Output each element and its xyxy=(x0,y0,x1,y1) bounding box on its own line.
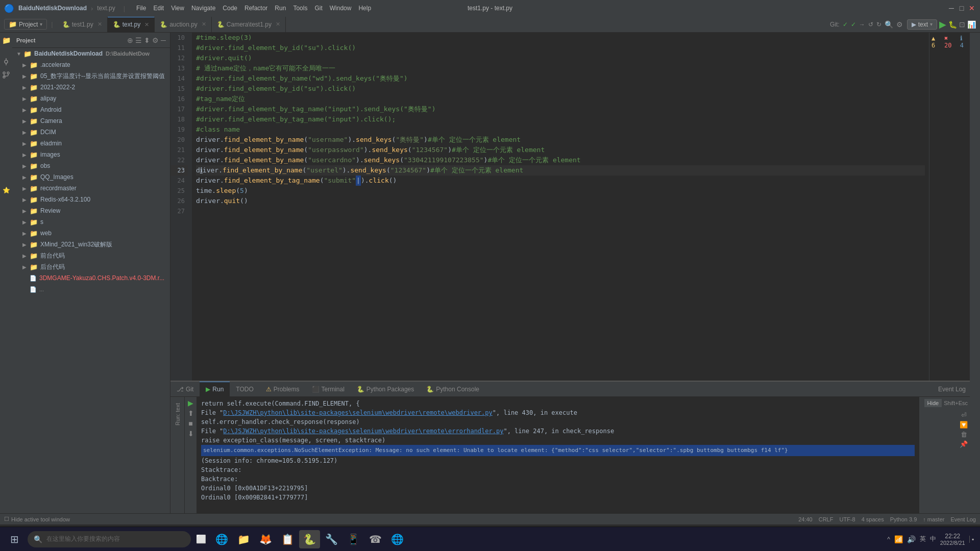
git-undo[interactable]: ↺ xyxy=(868,21,873,28)
close-button[interactable]: ✕ xyxy=(968,4,976,12)
taskbar-explorer[interactable]: 📁 xyxy=(233,530,254,548)
minimize-button[interactable]: ─ xyxy=(947,4,955,12)
menu-code[interactable]: Code xyxy=(219,4,240,13)
git-redo[interactable]: ↻ xyxy=(876,21,881,28)
tree-item-xmind[interactable]: ▶📁XMind_2021_win32破解版 xyxy=(12,239,170,250)
tree-item-eladmin[interactable]: ▶📁eladmin xyxy=(12,138,170,149)
hide-button[interactable]: Hide xyxy=(924,399,942,407)
sidebar-collapse-icon[interactable]: ☰ xyxy=(135,36,142,44)
menu-window[interactable]: Window xyxy=(327,4,355,13)
windows-start-button[interactable]: ⊞ xyxy=(2,527,27,552)
tree-item-dcim[interactable]: ▶📁DCIM xyxy=(12,127,170,138)
python-version-status[interactable]: Python 3.9 xyxy=(890,516,917,522)
tab-auctionpy[interactable]: 🐍 auction.py ✕ xyxy=(155,17,212,32)
tree-item-s[interactable]: ▶📁s xyxy=(12,216,170,228)
sidebar-minimize-icon[interactable]: ─ xyxy=(161,36,166,44)
run-wrap-btn[interactable]: ⏎ xyxy=(961,411,967,419)
activity-favorites[interactable]: ⭐ xyxy=(1,185,12,196)
menu-file[interactable]: File xyxy=(133,4,149,13)
tree-item-qq[interactable]: ▶📁QQ_Images xyxy=(12,171,170,183)
taskbar-mobile[interactable]: 📱 xyxy=(343,530,364,548)
code-content[interactable]: #time.sleep(3) #driver.find_element_by_i… xyxy=(192,33,929,381)
coverage-button[interactable]: ⊡ xyxy=(959,20,965,29)
run-tab-pyconsole[interactable]: 🐍 Python Console xyxy=(420,382,485,397)
run-config-selector[interactable]: ▶ text ▾ xyxy=(907,19,937,30)
run-tab-terminal[interactable]: ⬛ Terminal xyxy=(306,382,351,397)
profile-button[interactable]: 📊 xyxy=(967,20,976,29)
activity-commit[interactable] xyxy=(1,56,12,67)
menu-git[interactable]: Git xyxy=(311,4,325,13)
tab-close[interactable]: ✕ xyxy=(276,21,280,28)
taskbar-tools[interactable]: 🔧 xyxy=(321,530,342,548)
run-tab-run[interactable]: ▶ Run xyxy=(200,382,230,397)
crlf-status[interactable]: CRLF xyxy=(819,516,834,522)
tab-test1py[interactable]: 🐍 test1.py ✕ xyxy=(57,17,108,32)
taskbar-phone[interactable]: ☎ xyxy=(365,530,386,548)
tree-item-alipay[interactable]: ▶📁alipay xyxy=(12,93,170,104)
taskbar-python[interactable]: 🐍 xyxy=(299,530,320,548)
tree-item-camera[interactable]: ▶📁Camera xyxy=(12,115,170,127)
menu-refactor[interactable]: Refactor xyxy=(241,4,271,13)
sidebar-add-icon[interactable]: ⊕ xyxy=(127,36,133,44)
run-scroll-up-button[interactable]: ⬆ xyxy=(188,409,194,417)
encoding-status[interactable]: UTF-8 xyxy=(839,516,855,522)
taskbar-chrome[interactable]: 🌐 xyxy=(211,530,232,548)
activity-project[interactable]: 📁 xyxy=(1,35,12,46)
tree-item-obs[interactable]: ▶📁obs xyxy=(12,160,170,171)
clock[interactable]: 22:22 2022/8/21 xyxy=(940,533,965,546)
taskbar-task-view[interactable]: ⬜ xyxy=(192,530,210,548)
event-log-status[interactable]: Event Log xyxy=(950,516,976,522)
run-button[interactable]: ▶ xyxy=(939,19,946,30)
run-play-button[interactable]: ▶ xyxy=(188,399,193,407)
tree-item-accelerate[interactable]: ▶📁.accelerate xyxy=(12,59,170,70)
tree-item-qiantai[interactable]: ▶📁前台代码 xyxy=(12,250,170,261)
tray-expand[interactable]: ^ xyxy=(887,536,890,543)
activity-pullrequest[interactable] xyxy=(1,69,12,81)
tree-item-2021[interactable]: ▶📁2021-2022-2 xyxy=(12,82,170,93)
tree-root[interactable]: ▼ 📁 BaiduNetdiskDownload D:\BaiduNetDow xyxy=(12,48,170,59)
tab-textpy[interactable]: 🐍 text.py ✕ xyxy=(108,17,155,32)
tree-item-05[interactable]: ▶📁05_数字温度计--显示当前温度并设置报警阈值 xyxy=(12,70,170,82)
menu-run[interactable]: Run xyxy=(272,4,289,13)
taskbar-firefox[interactable]: 🦊 xyxy=(255,530,276,548)
sidebar-sort-icon[interactable]: ⬍ xyxy=(144,36,150,44)
tray-network[interactable]: 📶 xyxy=(894,535,903,543)
settings-icon[interactable]: ⚙ xyxy=(896,20,903,29)
tray-lang[interactable]: 英 xyxy=(920,535,926,543)
tree-item-redis[interactable]: ▶📁Redis-x64-3.2.100 xyxy=(12,194,170,205)
tree-item-houtai[interactable]: ▶📁后台代码 xyxy=(12,261,170,272)
tray-volume[interactable]: 🔊 xyxy=(907,535,916,543)
sidebar-settings-icon[interactable]: ⚙ xyxy=(152,36,159,44)
tree-item-3dm[interactable]: 📄3DMGAME-Yakuza0.CHS.Patch.v4.0-3DM.r... xyxy=(12,272,170,284)
taskbar-chrome2[interactable]: 🌐 xyxy=(387,530,408,548)
tree-item-android[interactable]: ▶📁Android xyxy=(12,104,170,115)
line-col-status[interactable]: 24:40 xyxy=(798,516,813,522)
run-trash-btn[interactable]: 🗑 xyxy=(961,431,967,438)
menu-help[interactable]: Help xyxy=(355,4,374,13)
tree-item-images[interactable]: ▶📁images xyxy=(12,149,170,160)
debug-button[interactable]: 🐛 xyxy=(948,20,957,29)
taskbar-store[interactable]: 📋 xyxy=(277,530,298,548)
run-output[interactable]: return self.execute(Command.FIND_ELEMENT… xyxy=(197,397,919,513)
run-tab-todo[interactable]: TODO xyxy=(230,382,259,397)
errorhandler-link[interactable]: D:\JSJWZH\python\lib\site-packages\selen… xyxy=(223,427,503,436)
taskbar-search[interactable]: 🔍 在这里输入你要搜索的内容 xyxy=(28,531,191,547)
run-tab-problems[interactable]: ⚠ Problems xyxy=(260,382,306,397)
tree-item-web[interactable]: ▶📁web xyxy=(12,228,170,239)
project-selector[interactable]: 📁 Project ▾ xyxy=(4,19,47,30)
tab-close[interactable]: ✕ xyxy=(97,21,102,28)
menu-edit[interactable]: Edit xyxy=(150,4,167,13)
run-tab-pypackages[interactable]: 🐍 Python Packages xyxy=(351,382,420,397)
tab-close[interactable]: ✕ xyxy=(202,21,206,28)
maximize-button[interactable]: □ xyxy=(958,4,966,12)
tab-close[interactable]: ✕ xyxy=(144,21,149,28)
tray-show-desktop[interactable]: ▪ xyxy=(969,536,974,543)
menu-navigate[interactable]: Navigate xyxy=(188,4,218,13)
tab-cameratest1py[interactable]: 🐍 Camera\test1.py ✕ xyxy=(212,17,286,32)
run-pin-btn[interactable]: 📌 xyxy=(960,440,968,448)
indent-status[interactable]: 4 spaces xyxy=(862,516,884,522)
run-tab-git[interactable]: ⎇ Git xyxy=(170,382,200,397)
run-filter-btn[interactable]: 🔽 xyxy=(960,421,968,429)
webdriver-link[interactable]: D:\JSJWZH\python\lib\site-packages\selen… xyxy=(223,408,492,417)
search-icon[interactable]: 🔍 xyxy=(885,20,893,29)
